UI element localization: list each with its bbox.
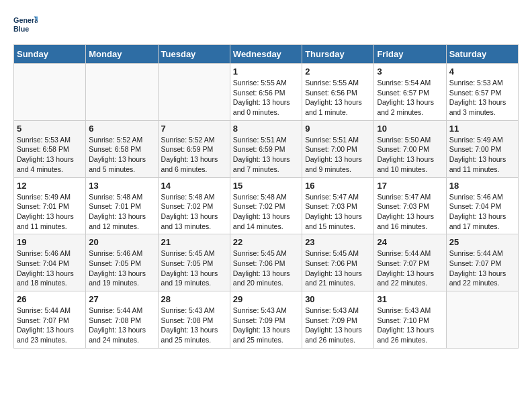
day-info: Sunrise: 5:55 AM Sunset: 6:56 PM Dayligh… bbox=[305, 78, 371, 118]
day-cell: 11Sunrise: 5:49 AM Sunset: 7:00 PM Dayli… bbox=[446, 120, 518, 177]
day-cell: 28Sunrise: 5:43 AM Sunset: 7:08 PM Dayli… bbox=[158, 291, 230, 349]
day-number: 16 bbox=[305, 181, 371, 191]
day-number: 3 bbox=[377, 66, 443, 77]
day-info: Sunrise: 5:47 AM Sunset: 7:03 PM Dayligh… bbox=[377, 192, 443, 232]
day-info: Sunrise: 5:48 AM Sunset: 7:02 PM Dayligh… bbox=[161, 192, 227, 232]
day-info: Sunrise: 5:47 AM Sunset: 7:03 PM Dayligh… bbox=[305, 192, 371, 232]
day-info: Sunrise: 5:45 AM Sunset: 7:05 PM Dayligh… bbox=[161, 248, 227, 288]
day-cell: 7Sunrise: 5:52 AM Sunset: 6:59 PM Daylig… bbox=[158, 120, 230, 177]
day-number: 12 bbox=[17, 181, 83, 191]
week-row-2: 5Sunrise: 5:53 AM Sunset: 6:58 PM Daylig… bbox=[14, 120, 519, 177]
logo-icon: GeneralBlue bbox=[13, 13, 38, 38]
day-cell: 30Sunrise: 5:43 AM Sunset: 7:09 PM Dayli… bbox=[302, 291, 374, 349]
day-cell: 13Sunrise: 5:48 AM Sunset: 7:01 PM Dayli… bbox=[86, 177, 158, 234]
day-info: Sunrise: 5:43 AM Sunset: 7:09 PM Dayligh… bbox=[305, 306, 371, 345]
day-info: Sunrise: 5:46 AM Sunset: 7:04 PM Dayligh… bbox=[17, 248, 83, 288]
day-cell bbox=[446, 291, 518, 349]
day-number: 27 bbox=[89, 294, 154, 304]
day-number: 1 bbox=[233, 66, 299, 77]
day-info: Sunrise: 5:49 AM Sunset: 7:00 PM Dayligh… bbox=[449, 135, 515, 175]
day-number: 26 bbox=[17, 294, 83, 304]
day-number: 23 bbox=[305, 237, 371, 247]
day-info: Sunrise: 5:48 AM Sunset: 7:02 PM Dayligh… bbox=[233, 192, 299, 232]
day-cell: 15Sunrise: 5:48 AM Sunset: 7:02 PM Dayli… bbox=[230, 177, 302, 234]
day-number: 31 bbox=[377, 294, 443, 304]
week-row-1: 1Sunrise: 5:55 AM Sunset: 6:56 PM Daylig… bbox=[14, 64, 519, 121]
day-info: Sunrise: 5:48 AM Sunset: 7:01 PM Dayligh… bbox=[89, 192, 154, 232]
day-info: Sunrise: 5:44 AM Sunset: 7:07 PM Dayligh… bbox=[449, 248, 515, 288]
day-cell: 23Sunrise: 5:45 AM Sunset: 7:06 PM Dayli… bbox=[302, 234, 374, 291]
day-number: 30 bbox=[305, 294, 371, 304]
day-cell: 14Sunrise: 5:48 AM Sunset: 7:02 PM Dayli… bbox=[158, 177, 230, 234]
day-number: 9 bbox=[305, 124, 371, 134]
day-cell: 2Sunrise: 5:55 AM Sunset: 6:56 PM Daylig… bbox=[302, 64, 374, 121]
day-cell: 29Sunrise: 5:43 AM Sunset: 7:09 PM Dayli… bbox=[230, 291, 302, 349]
day-number: 29 bbox=[233, 294, 299, 304]
day-cell: 18Sunrise: 5:46 AM Sunset: 7:04 PM Dayli… bbox=[446, 177, 518, 234]
day-info: Sunrise: 5:43 AM Sunset: 7:10 PM Dayligh… bbox=[377, 306, 443, 345]
calendar-table: SundayMondayTuesdayWednesdayThursdayFrid… bbox=[13, 44, 519, 349]
day-number: 17 bbox=[377, 181, 443, 191]
day-cell bbox=[14, 64, 86, 121]
day-info: Sunrise: 5:50 AM Sunset: 7:00 PM Dayligh… bbox=[377, 135, 443, 175]
day-number: 11 bbox=[449, 124, 515, 134]
day-cell: 1Sunrise: 5:55 AM Sunset: 6:56 PM Daylig… bbox=[230, 64, 302, 121]
day-number: 18 bbox=[449, 181, 515, 191]
day-info: Sunrise: 5:44 AM Sunset: 7:08 PM Dayligh… bbox=[89, 306, 154, 345]
col-header-saturday: Saturday bbox=[446, 45, 518, 64]
col-header-sunday: Sunday bbox=[14, 45, 86, 64]
day-cell: 5Sunrise: 5:53 AM Sunset: 6:58 PM Daylig… bbox=[14, 120, 86, 177]
day-info: Sunrise: 5:43 AM Sunset: 7:08 PM Dayligh… bbox=[161, 306, 227, 345]
day-cell: 20Sunrise: 5:46 AM Sunset: 7:05 PM Dayli… bbox=[86, 234, 158, 291]
day-cell: 16Sunrise: 5:47 AM Sunset: 7:03 PM Dayli… bbox=[302, 177, 374, 234]
day-info: Sunrise: 5:46 AM Sunset: 7:04 PM Dayligh… bbox=[449, 192, 515, 232]
day-info: Sunrise: 5:52 AM Sunset: 6:58 PM Dayligh… bbox=[89, 135, 154, 175]
day-number: 21 bbox=[161, 237, 227, 247]
day-number: 4 bbox=[449, 66, 515, 77]
day-cell: 17Sunrise: 5:47 AM Sunset: 7:03 PM Dayli… bbox=[374, 177, 446, 234]
week-row-5: 26Sunrise: 5:44 AM Sunset: 7:07 PM Dayli… bbox=[14, 291, 519, 349]
day-number: 13 bbox=[89, 181, 154, 191]
day-info: Sunrise: 5:51 AM Sunset: 6:59 PM Dayligh… bbox=[233, 135, 299, 175]
day-number: 10 bbox=[377, 124, 443, 134]
svg-text:Blue: Blue bbox=[13, 25, 29, 33]
day-cell: 3Sunrise: 5:54 AM Sunset: 6:57 PM Daylig… bbox=[374, 64, 446, 121]
day-cell: 19Sunrise: 5:46 AM Sunset: 7:04 PM Dayli… bbox=[14, 234, 86, 291]
day-info: Sunrise: 5:53 AM Sunset: 6:57 PM Dayligh… bbox=[449, 78, 515, 118]
day-cell: 25Sunrise: 5:44 AM Sunset: 7:07 PM Dayli… bbox=[446, 234, 518, 291]
day-number: 14 bbox=[161, 181, 227, 191]
day-number: 15 bbox=[233, 181, 299, 191]
day-cell bbox=[158, 64, 230, 121]
week-row-4: 19Sunrise: 5:46 AM Sunset: 7:04 PM Dayli… bbox=[14, 234, 519, 291]
day-number: 20 bbox=[89, 237, 154, 247]
logo: GeneralBlue bbox=[13, 13, 38, 38]
day-cell: 31Sunrise: 5:43 AM Sunset: 7:10 PM Dayli… bbox=[374, 291, 446, 349]
day-cell: 21Sunrise: 5:45 AM Sunset: 7:05 PM Dayli… bbox=[158, 234, 230, 291]
day-cell: 10Sunrise: 5:50 AM Sunset: 7:00 PM Dayli… bbox=[374, 120, 446, 177]
week-row-3: 12Sunrise: 5:49 AM Sunset: 7:01 PM Dayli… bbox=[14, 177, 519, 234]
day-number: 2 bbox=[305, 66, 371, 77]
col-header-tuesday: Tuesday bbox=[158, 45, 230, 64]
day-number: 5 bbox=[17, 124, 83, 134]
header-row: SundayMondayTuesdayWednesdayThursdayFrid… bbox=[14, 45, 519, 64]
col-header-monday: Monday bbox=[86, 45, 158, 64]
day-number: 25 bbox=[449, 237, 515, 247]
day-info: Sunrise: 5:43 AM Sunset: 7:09 PM Dayligh… bbox=[233, 306, 299, 345]
day-info: Sunrise: 5:46 AM Sunset: 7:05 PM Dayligh… bbox=[89, 248, 154, 288]
day-cell bbox=[86, 64, 158, 121]
day-cell: 26Sunrise: 5:44 AM Sunset: 7:07 PM Dayli… bbox=[14, 291, 86, 349]
day-info: Sunrise: 5:45 AM Sunset: 7:06 PM Dayligh… bbox=[233, 248, 299, 288]
day-number: 8 bbox=[233, 124, 299, 134]
col-header-wednesday: Wednesday bbox=[230, 45, 302, 64]
day-cell: 6Sunrise: 5:52 AM Sunset: 6:58 PM Daylig… bbox=[86, 120, 158, 177]
day-number: 19 bbox=[17, 237, 83, 247]
day-cell: 12Sunrise: 5:49 AM Sunset: 7:01 PM Dayli… bbox=[14, 177, 86, 234]
day-cell: 22Sunrise: 5:45 AM Sunset: 7:06 PM Dayli… bbox=[230, 234, 302, 291]
svg-text:General: General bbox=[13, 16, 38, 24]
page-header: GeneralBlue bbox=[13, 13, 519, 38]
day-cell: 27Sunrise: 5:44 AM Sunset: 7:08 PM Dayli… bbox=[86, 291, 158, 349]
day-cell: 9Sunrise: 5:51 AM Sunset: 7:00 PM Daylig… bbox=[302, 120, 374, 177]
day-info: Sunrise: 5:51 AM Sunset: 7:00 PM Dayligh… bbox=[305, 135, 371, 175]
day-cell: 4Sunrise: 5:53 AM Sunset: 6:57 PM Daylig… bbox=[446, 64, 518, 121]
day-number: 6 bbox=[89, 124, 154, 134]
